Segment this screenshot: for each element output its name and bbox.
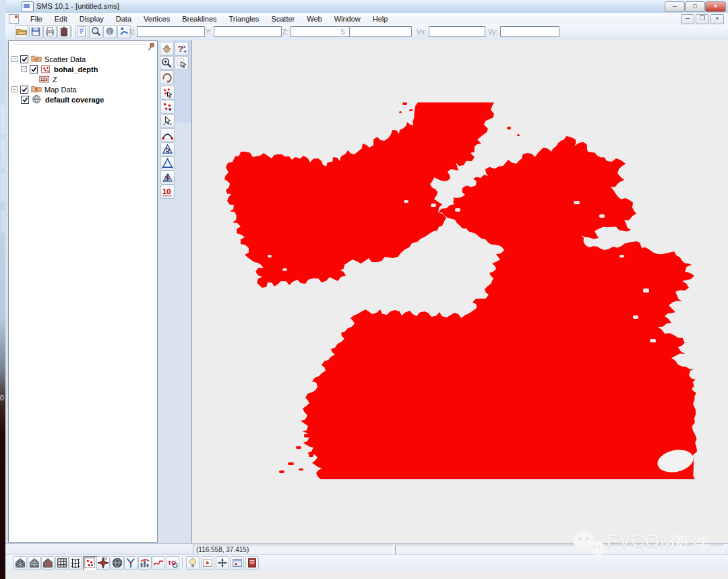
menu-item-display[interactable]: Display [73,13,110,24]
z-coordinate-field[interactable] [291,26,359,37]
rotate-tool-button[interactable] [160,70,174,84]
menu-item-edit[interactable]: Edit [49,13,73,24]
report-button[interactable] [75,25,88,38]
select-tool-button[interactable] [175,56,189,70]
graphics-canvas[interactable] [191,40,728,543]
menu-item-breaklines[interactable]: Breaklines [176,13,222,24]
gis-module-button[interactable] [111,556,124,570]
menu-item-window[interactable]: Window [328,13,367,24]
tree-item-scatter-data[interactable]: −Scatter Data [11,54,86,64]
s-coordinate-field[interactable] [349,26,412,37]
app-icon [22,1,34,12]
land-island [268,255,272,257]
x-coordinate-field[interactable] [137,26,205,37]
particle-module-button[interactable] [152,556,165,570]
land-island [282,268,287,271]
coord-label-vy: Vy: [488,28,497,36]
tree-item-z[interactable]: 123Z [30,74,57,84]
title-bar: SMS 10.1 - [untitled.sms] ─ □ × [5,0,728,13]
select-scatter-points-tool-button[interactable] [160,86,175,100]
scatter-set-icon [40,64,51,75]
image-list-button[interactable] [245,556,259,570]
land-island [436,187,443,191]
tree-item-label: bohai_depth [54,65,98,73]
scatter-islet [288,462,294,465]
scatter-module-button[interactable] [83,556,98,571]
open-button[interactable] [15,25,28,38]
mdi-window-controls: ─ ❐ × [681,14,724,24]
land-island [446,197,454,202]
tree-item-map-data[interactable]: −Map Data [11,84,77,94]
zoom-tool-button[interactable] [160,56,174,70]
lightbulb-button[interactable] [186,556,200,570]
curvilinear-grid-module-button[interactable] [69,556,82,570]
select-vertices-tool-button[interactable] [160,114,175,128]
pan-tool-button[interactable] [160,42,174,56]
land-island [431,204,436,207]
create-arc-tool-button[interactable] [160,128,175,142]
checkbox-checked[interactable] [20,86,28,94]
standard-toolbar: iX:Y:Z:S:Vx:Vy: [5,24,728,40]
land-island [404,200,408,203]
expander-icon[interactable]: − [11,56,18,62]
menu-item-vertices[interactable]: Vertices [138,13,176,24]
svg-text:i: i [109,28,110,35]
maximize-button[interactable]: □ [685,1,705,12]
toolbar-separator [71,26,73,37]
scatter-islet [399,111,402,113]
vx-coordinate-field[interactable] [429,26,485,37]
scatter-islet [382,236,387,239]
grid-module-button[interactable] [55,556,69,570]
dynamic-view-button[interactable] [216,556,229,570]
pushpin-icon[interactable] [147,42,155,54]
tree-item-bohai-depth[interactable]: −bohai_depth [21,64,98,74]
delete-button[interactable] [57,25,71,38]
close-button[interactable]: × [705,1,726,12]
mdi-minimize-button[interactable]: ─ [681,14,694,24]
desktop-edge-strip: 0 [0,0,5,579]
print-button[interactable] [43,25,57,38]
save-button[interactable] [29,25,42,38]
find-button[interactable]: i [103,25,117,38]
bohai-sea-scatter-region [224,102,494,288]
checkbox-checked[interactable] [21,96,29,104]
menu-item-help[interactable]: Help [367,13,394,24]
tree-item-default-coverage[interactable]: default coverage [21,94,104,104]
swap-edges-tool-button[interactable] [160,171,175,185]
plot-module-button[interactable] [138,556,152,570]
panel-grip[interactable] [14,44,146,44]
edge-artifact [1,105,5,135]
checkbox-checked[interactable] [30,65,38,73]
expander-icon[interactable]: − [11,86,18,92]
project-explorer-panel[interactable]: −Scatter Data−bohai_depth123Z−Map Datade… [8,40,158,543]
meshing-module-button[interactable] [41,556,55,570]
dynamic-help-tool-button[interactable]: ? [175,42,189,56]
y-coordinate-field[interactable] [214,26,282,37]
expander-icon[interactable]: − [21,66,27,72]
menu-item-data[interactable]: Data [110,13,138,24]
river-module-button[interactable] [124,556,138,570]
menu-item-file[interactable]: File [24,13,49,24]
annotation-module-button[interactable]: TO [166,556,179,570]
map-folder-icon [31,84,42,95]
mesh-2d-module-button[interactable] [28,556,41,570]
mesh-module-button[interactable] [13,556,27,570]
create-triangles-tool-button[interactable] [160,156,175,171]
menu-item-scatter[interactable]: Scatter [265,13,301,24]
create-scatter-points-tool-button[interactable] [160,100,175,114]
menu-item-web[interactable]: Web [301,13,328,24]
window-bottom-margin [5,570,728,579]
scatter-islet [296,446,301,449]
select-triangles-tool-button[interactable] [160,142,175,156]
map-module-button[interactable]: N [96,556,110,570]
menu-item-triangles[interactable]: Triangles [223,13,266,24]
interpolation-tool-button[interactable]: 10 [160,185,175,199]
mdi-close-button[interactable]: × [710,14,724,24]
mdi-restore-button[interactable]: ❐ [696,14,709,24]
window-image-button[interactable] [231,556,244,570]
vy-coordinate-field[interactable] [500,26,559,37]
frame-image-button[interactable] [89,25,102,38]
minimize-button[interactable]: ─ [665,1,685,12]
checkbox-checked[interactable] [20,55,28,63]
film-loop-button[interactable] [201,556,214,570]
